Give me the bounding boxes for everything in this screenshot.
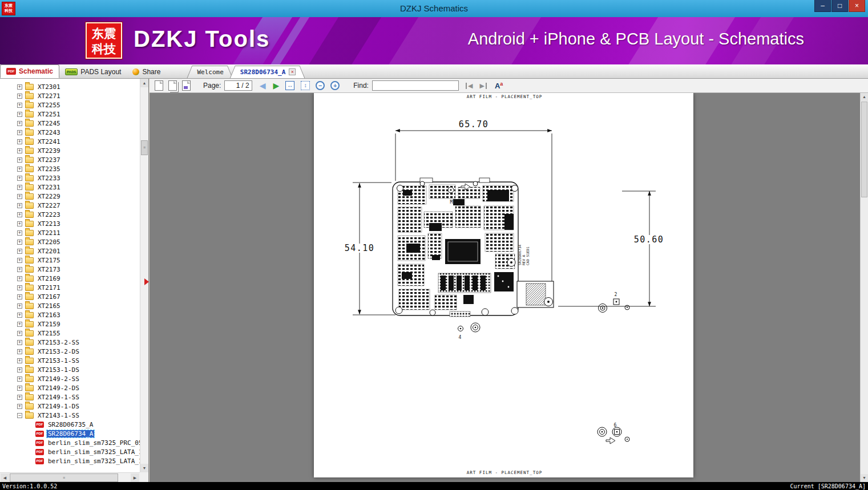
tree-folder-XT2153-2-DS[interactable]: +XT2153-2-DS bbox=[0, 347, 140, 356]
tree-folder-XT2213[interactable]: +XT2213 bbox=[0, 219, 140, 228]
document-scrollbar[interactable]: ▲ ▼ bbox=[860, 93, 868, 482]
collapse-icon[interactable]: − bbox=[17, 413, 22, 418]
tree-folder-XT2255[interactable]: +XT2255 bbox=[0, 100, 140, 110]
expand-icon[interactable]: + bbox=[17, 212, 22, 217]
tree-folder-XT2223[interactable]: +XT2223 bbox=[0, 210, 140, 219]
expand-icon[interactable]: + bbox=[17, 276, 22, 281]
page-number-input[interactable] bbox=[227, 82, 240, 90]
expand-icon[interactable]: + bbox=[17, 230, 22, 236]
expand-icon[interactable]: + bbox=[17, 395, 22, 400]
zoom-out-button[interactable]: − bbox=[316, 81, 325, 90]
expand-icon[interactable]: + bbox=[17, 103, 22, 108]
expand-icon[interactable]: + bbox=[17, 84, 22, 90]
expand-icon[interactable]: + bbox=[17, 139, 22, 144]
document-viewport[interactable]: ART FILM - PLACEMENT_TOP ART FILM - PLAC… bbox=[150, 93, 860, 482]
expand-icon[interactable]: + bbox=[17, 267, 22, 272]
expand-icon[interactable]: + bbox=[17, 130, 22, 135]
scroll-right-icon[interactable]: ▶ bbox=[131, 473, 139, 482]
tab-close-button[interactable]: × bbox=[289, 68, 296, 75]
find-next-button[interactable]: ▶ bbox=[479, 83, 486, 89]
tab-schematic[interactable]: PDF Schematic bbox=[0, 64, 59, 78]
expand-icon[interactable]: + bbox=[17, 303, 22, 309]
snapshot-icon[interactable] bbox=[168, 80, 177, 91]
tree-file-berlin_slim_sm7325_LATA_1[interactable]: PDFberlin_slim_sm7325_LATA_1 bbox=[0, 456, 140, 465]
expand-icon[interactable]: + bbox=[17, 367, 22, 372]
tree-vscroll-thumb[interactable]: ≡ bbox=[141, 140, 148, 155]
expand-icon[interactable]: + bbox=[17, 240, 22, 245]
tree-folder-XT2205[interactable]: +XT2205 bbox=[0, 237, 140, 246]
tree-folder-XT2301[interactable]: +XT2301 bbox=[0, 82, 140, 91]
maximize-button[interactable]: □ bbox=[831, 0, 848, 12]
tree-folder-XT2153-1-SS[interactable]: +XT2153-1-SS bbox=[0, 356, 140, 365]
tab-share[interactable]: Share bbox=[127, 66, 166, 78]
tree-folder-XT2153-2-SS[interactable]: +XT2153-2-SS bbox=[0, 338, 140, 347]
find-previous-button[interactable]: ◀ bbox=[466, 83, 473, 89]
tree-file-berlin_slim_sm7325_PRC_05[interactable]: PDFberlin_slim_sm7325_PRC_05 bbox=[0, 438, 140, 447]
doc-tab-welcome[interactable]: Welcome bbox=[187, 66, 232, 78]
tree-file-SR28D06734_A[interactable]: PDFSR28D06734_A bbox=[0, 429, 140, 438]
expand-icon[interactable]: + bbox=[17, 203, 22, 208]
tree-vertical-scrollbar[interactable]: ▲ ≡ ▼ bbox=[140, 79, 148, 472]
expand-icon[interactable]: + bbox=[17, 94, 22, 99]
expand-icon[interactable]: + bbox=[17, 294, 22, 299]
expand-icon[interactable]: + bbox=[17, 376, 22, 382]
doc-scroll-down-icon[interactable]: ▼ bbox=[861, 474, 868, 482]
tree-folder-XT2159[interactable]: +XT2159 bbox=[0, 319, 140, 329]
fit-page-button[interactable]: ↕ bbox=[301, 81, 310, 90]
minimize-button[interactable]: – bbox=[814, 0, 831, 12]
next-page-button[interactable]: ▶ bbox=[273, 82, 279, 90]
tree-folder-XT2173[interactable]: +XT2173 bbox=[0, 265, 140, 274]
tree-folder-XT2211[interactable]: +XT2211 bbox=[0, 228, 140, 237]
expand-icon[interactable]: + bbox=[17, 157, 22, 163]
splitter-collapse-arrow[interactable] bbox=[144, 278, 149, 285]
tree-folder-XT2165[interactable]: +XT2165 bbox=[0, 301, 140, 310]
font-size-icon[interactable]: Aa bbox=[495, 81, 503, 90]
tree-folder-XT2229[interactable]: +XT2229 bbox=[0, 192, 140, 201]
tree-folder-XT2233[interactable]: +XT2233 bbox=[0, 173, 140, 183]
close-button[interactable]: × bbox=[849, 0, 865, 12]
tree-folder-XT2153-1-DS[interactable]: +XT2153-1-DS bbox=[0, 365, 140, 374]
tree-horizontal-scrollbar[interactable]: ◀ ≡ ▶ bbox=[0, 472, 140, 482]
tab-pads-layout[interactable]: PADS PADS Layout bbox=[59, 66, 127, 78]
expand-icon[interactable]: + bbox=[17, 340, 22, 345]
scroll-down-icon[interactable]: ▼ bbox=[140, 464, 148, 472]
expand-icon[interactable]: + bbox=[17, 221, 22, 226]
previous-page-button[interactable]: ◀ bbox=[260, 82, 266, 90]
tree-folder-XT2201[interactable]: +XT2201 bbox=[0, 246, 140, 256]
expand-icon[interactable]: + bbox=[17, 167, 22, 172]
expand-icon[interactable]: + bbox=[17, 404, 22, 409]
tree-file-SR28D06735_A[interactable]: PDFSR28D06735_A bbox=[0, 420, 140, 429]
tree-folder-XT2171[interactable]: +XT2171 bbox=[0, 283, 140, 292]
tree-folder-XT2163[interactable]: +XT2163 bbox=[0, 310, 140, 319]
tree-folder-XT2167[interactable]: +XT2167 bbox=[0, 292, 140, 301]
tree-folder-XT2241[interactable]: +XT2241 bbox=[0, 137, 140, 146]
expand-icon[interactable]: + bbox=[17, 349, 22, 354]
scroll-up-icon[interactable]: ▲ bbox=[140, 79, 148, 87]
export-page-icon[interactable] bbox=[182, 80, 191, 91]
tree-folder-XT2149-1-SS[interactable]: +XT2149-1-SS bbox=[0, 392, 140, 402]
zoom-in-button[interactable]: + bbox=[330, 81, 340, 90]
expand-icon[interactable]: + bbox=[17, 121, 22, 126]
scroll-left-icon[interactable]: ◀ bbox=[1, 473, 9, 482]
expand-icon[interactable]: + bbox=[17, 386, 22, 391]
expand-icon[interactable]: + bbox=[17, 194, 22, 199]
tree-folder-XT2235[interactable]: +XT2235 bbox=[0, 164, 140, 173]
doc-scroll-up-icon[interactable]: ▲ bbox=[861, 93, 868, 101]
tree-folder-XT2239[interactable]: +XT2239 bbox=[0, 146, 140, 155]
expand-icon[interactable]: + bbox=[17, 322, 22, 327]
tree-folder-XT2245[interactable]: +XT2245 bbox=[0, 119, 140, 128]
tree-file-berlin_slim_sm7325_LATA_1[interactable]: PDFberlin_slim_sm7325_LATA_1 bbox=[0, 447, 140, 456]
doc-tab-sr28d06734-a[interactable]: SR28D06734_A × bbox=[230, 66, 305, 78]
expand-icon[interactable]: + bbox=[17, 185, 22, 190]
tree-folder-XT2149-2-DS[interactable]: +XT2149-2-DS bbox=[0, 383, 140, 392]
tree-folder-XT2243[interactable]: +XT2243 bbox=[0, 128, 140, 137]
tree-folder-XT2227[interactable]: +XT2227 bbox=[0, 201, 140, 210]
tree-hscroll-thumb[interactable]: ≡ bbox=[10, 473, 118, 482]
expand-icon[interactable]: + bbox=[17, 249, 22, 254]
expand-icon[interactable]: + bbox=[17, 176, 22, 181]
tree-folder-XT2143-1-SS[interactable]: −XT2143-1-SS bbox=[0, 411, 140, 420]
tree-folder-XT2251[interactable]: +XT2251 bbox=[0, 110, 140, 119]
copy-page-icon[interactable] bbox=[155, 80, 163, 91]
expand-icon[interactable]: + bbox=[17, 258, 22, 263]
expand-icon[interactable]: + bbox=[17, 358, 22, 363]
